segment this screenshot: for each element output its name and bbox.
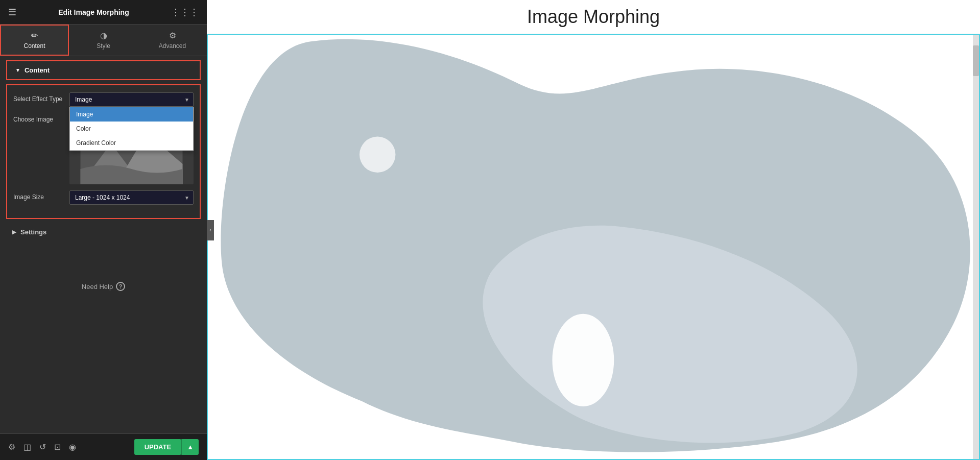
page-title: Image Morphing — [217, 6, 970, 28]
panel-header: ☰ Edit Image Morphing ⋮⋮⋮ — [0, 0, 207, 25]
effect-type-select-wrapper: Image Color Gradient Color ▼ Image Color… — [69, 92, 194, 107]
content-tab-label: Content — [23, 42, 45, 50]
image-size-select[interactable]: Large - 1024 x 1024 — [69, 190, 194, 205]
settings-section: ▶ Settings — [12, 223, 195, 241]
panel-content: Select Effect Type Image Color Gradient … — [0, 80, 207, 433]
panel-tabs: ✏ Content ◑ Style ⚙ Advanced — [0, 25, 207, 56]
style-tab-label: Style — [97, 42, 110, 50]
right-scrollbar[interactable] — [973, 35, 979, 459]
content-section-header[interactable]: ▼ Content — [6, 60, 201, 80]
responsive-toolbar-icon[interactable]: ⊡ — [54, 442, 61, 452]
hamburger-icon[interactable]: ☰ — [8, 7, 16, 18]
dropdown-item-image[interactable]: Image — [70, 107, 193, 122]
choose-image-label: Choose Image — [13, 113, 69, 123]
image-size-select-wrapper: Large - 1024 x 1024 ▼ — [69, 190, 194, 205]
update-button[interactable]: UPDATE — [134, 439, 181, 455]
need-help-text: Need Help — [82, 283, 113, 290]
preview-toolbar-icon[interactable]: ◉ — [69, 442, 76, 452]
content-arrow-icon: ▼ — [15, 67, 20, 73]
layers-toolbar-icon[interactable]: ◫ — [23, 442, 31, 452]
toolbar-icons: ⚙ ◫ ↺ ⊡ ◉ — [8, 442, 76, 452]
help-icon[interactable]: ? — [116, 282, 125, 291]
history-toolbar-icon[interactable]: ↺ — [39, 442, 46, 452]
effect-type-row: Select Effect Type Image Color Gradient … — [13, 92, 194, 107]
tab-advanced[interactable]: ⚙ Advanced — [138, 25, 207, 56]
settings-label: Settings — [20, 228, 46, 236]
content-section-label: Content — [25, 66, 50, 74]
tab-style[interactable]: ◑ Style — [69, 25, 138, 56]
svg-point-5 — [552, 314, 614, 406]
content-tab-icon: ✏ — [31, 31, 38, 40]
settings-arrow-icon: ▶ — [12, 229, 16, 235]
settings-toolbar-icon[interactable]: ⚙ — [8, 442, 15, 452]
scrollbar-thumb[interactable] — [973, 45, 979, 76]
grid-icon[interactable]: ⋮⋮⋮ — [171, 7, 199, 18]
effect-type-control: Image Color Gradient Color ▼ Image Color… — [69, 92, 194, 107]
advanced-tab-icon: ⚙ — [169, 31, 176, 40]
image-size-label: Image Size — [13, 190, 69, 201]
update-group: UPDATE ▲ — [134, 439, 199, 455]
effect-type-label: Select Effect Type — [13, 92, 69, 103]
dropdown-item-color[interactable]: Color — [70, 122, 193, 136]
settings-header[interactable]: ▶ Settings — [12, 223, 195, 241]
collapse-button[interactable]: ‹ — [207, 220, 214, 240]
advanced-tab-label: Advanced — [159, 42, 186, 50]
tab-content[interactable]: ✏ Content — [0, 25, 69, 56]
need-help-section: Need Help ? — [6, 272, 201, 301]
right-panel: Image Morphing — [207, 0, 980, 460]
content-block: Select Effect Type Image Color Gradient … — [6, 84, 201, 219]
page-title-bar: Image Morphing — [207, 0, 980, 34]
panel-title: Edit Image Morphing — [58, 8, 129, 16]
style-tab-icon: ◑ — [100, 31, 107, 40]
dropdown-item-gradient[interactable]: Gradient Color — [70, 136, 193, 150]
left-panel: ☰ Edit Image Morphing ⋮⋮⋮ ✏ Content ◑ St… — [0, 0, 207, 460]
canvas-area — [207, 34, 980, 460]
update-arrow-button[interactable]: ▲ — [181, 439, 199, 455]
svg-point-6 — [360, 137, 395, 173]
bottom-toolbar: ⚙ ◫ ↺ ⊡ ◉ UPDATE ▲ — [0, 433, 207, 460]
effect-type-dropdown: Image Color Gradient Color — [69, 107, 194, 151]
morph-svg — [208, 35, 979, 459]
image-size-control: Large - 1024 x 1024 ▼ — [69, 190, 194, 205]
image-size-row: Image Size Large - 1024 x 1024 ▼ — [13, 190, 194, 205]
effect-type-select[interactable]: Image Color Gradient Color — [69, 92, 194, 107]
